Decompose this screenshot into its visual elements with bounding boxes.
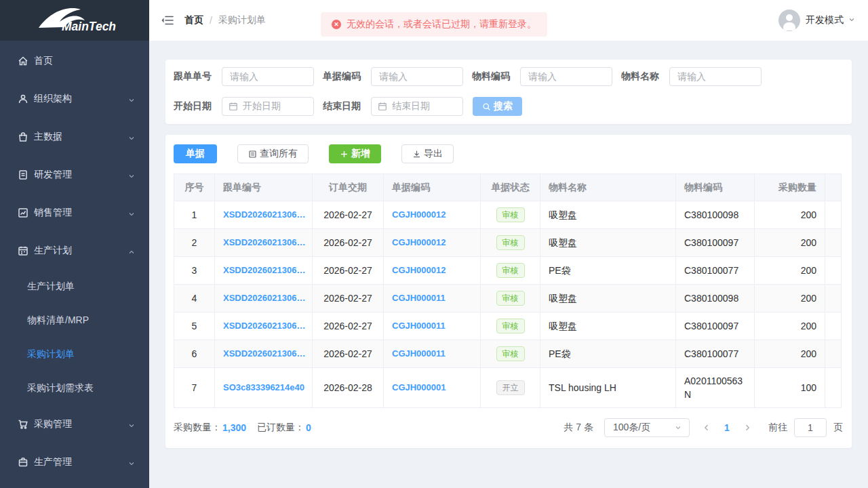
sidebar-item-sales[interactable]: 销售管理	[0, 194, 149, 232]
cell-order-no-link[interactable]: XSDD2026021306…	[215, 285, 313, 312]
cell-doc-no-link[interactable]: CGJH000012	[384, 229, 481, 257]
add-button[interactable]: 新增	[329, 144, 381, 163]
material-code-input[interactable]	[520, 67, 612, 86]
search-button[interactable]: 搜索	[473, 97, 522, 116]
chevron-down-icon	[127, 171, 136, 179]
status-badge: 审核	[496, 291, 525, 306]
cell-order-no-link[interactable]: XSDD2026021306…	[215, 340, 313, 368]
table-row[interactable]: 5 XSDD2026021306… 2026-02-27 CGJH000011 …	[174, 312, 842, 340]
cell-order-no-link[interactable]: SO3c833396214e40	[215, 368, 313, 408]
sidebar-item-org[interactable]: 组织架构	[0, 80, 149, 118]
calendar-icon	[229, 102, 238, 111]
logo[interactable]: MainTech	[0, 0, 149, 41]
breadcrumb-home[interactable]: 首页	[184, 14, 203, 26]
cell-index: 7	[174, 368, 215, 408]
goto-page-input[interactable]	[794, 418, 827, 437]
material-name-input[interactable]	[669, 67, 762, 86]
table-row[interactable]: 1 XSDD2026021306… 2026-02-27 CGJH000012 …	[174, 201, 842, 229]
sidebar-item-rnd[interactable]: 研发管理	[0, 156, 149, 194]
cell-doc-no-link[interactable]: CGJH000012	[384, 257, 481, 285]
cell-extra	[825, 201, 842, 229]
sidebar-item-label: 销售管理	[34, 207, 72, 219]
ordered-qty-value: 0	[306, 422, 311, 433]
sidebar-subitem-bom-mrp[interactable]: 物料清单/MRP	[0, 304, 149, 338]
cell-status: 开立	[481, 368, 540, 408]
header-extra	[825, 174, 842, 201]
cell-doc-no-link[interactable]: CGJH000011	[384, 312, 481, 340]
sidebar-item-purchasing[interactable]: 采购管理	[0, 405, 149, 443]
cell-delivery-date: 2026-02-27	[313, 340, 384, 368]
current-page[interactable]: 1	[717, 422, 737, 433]
table-row[interactable]: 3 XSDD2026021306… 2026-02-27 CGJH000012 …	[174, 257, 842, 285]
doc-button[interactable]: 单据	[174, 144, 217, 163]
next-page-button[interactable]	[737, 418, 757, 437]
plus-icon	[340, 150, 349, 159]
user-menu[interactable]: 开发模式	[778, 9, 856, 31]
field-label: 物料编码	[472, 70, 510, 83]
cell-qty: 200	[755, 340, 825, 368]
sidebar-subitem-purchase-plan[interactable]: 采购计划单	[0, 338, 149, 371]
cell-qty: 200	[755, 285, 825, 312]
table-row[interactable]: 2 XSDD2026021306… 2026-02-27 CGJH000012 …	[174, 229, 842, 257]
chevron-down-icon	[127, 420, 136, 428]
header-qty[interactable]: 采购数量	[755, 174, 825, 201]
header-order-no[interactable]: 跟单编号	[215, 174, 313, 201]
field-label: 物料名称	[621, 70, 659, 83]
start-date-input[interactable]: 开始日期	[222, 97, 314, 116]
export-button[interactable]: 导出	[401, 144, 454, 163]
cell-extra	[825, 340, 842, 368]
sidebar-subitem-production-plan-order[interactable]: 生产计划单	[0, 270, 149, 304]
table-row[interactable]: 7 SO3c833396214e40 2026-02-28 CGJH000001…	[174, 368, 842, 408]
cell-extra	[825, 368, 842, 408]
status-badge: 审核	[496, 346, 525, 361]
cell-extra	[825, 285, 842, 312]
sidebar-fold-icon[interactable]	[161, 14, 174, 27]
page-unit-label: 页	[833, 422, 843, 434]
content: 跟单单号 单据编码 物料编码 物料名称 开始日期	[149, 41, 868, 488]
cell-status: 审核	[481, 257, 540, 285]
cell-material-name: TSL housing LH	[540, 368, 676, 408]
cell-status: 审核	[481, 312, 540, 340]
chevron-down-icon	[127, 209, 136, 217]
sidebar-item-manufacturing[interactable]: 生产管理	[0, 443, 149, 481]
header-status[interactable]: 单据状态	[481, 174, 540, 201]
cell-order-no-link[interactable]: XSDD2026021306…	[215, 312, 313, 340]
table-row[interactable]: 4 XSDD2026021306… 2026-02-27 CGJH000011 …	[174, 285, 842, 312]
status-badge: 审核	[496, 319, 525, 333]
cell-status: 审核	[481, 285, 540, 312]
sidebar-item-home[interactable]: 首页	[0, 42, 149, 80]
cell-material-name: PE袋	[540, 257, 676, 285]
table-row[interactable]: 6 XSDD2026021306… 2026-02-27 CGJH000011 …	[174, 340, 842, 368]
sidebar-item-masterdata[interactable]: 主数据	[0, 118, 149, 156]
query-all-button[interactable]: 查询所有	[237, 144, 309, 163]
order-no-input[interactable]	[222, 67, 314, 86]
filter-doc-no: 单据编码	[323, 67, 463, 86]
cell-order-no-link[interactable]: XSDD2026021306…	[215, 229, 313, 257]
end-date-input[interactable]: 结束日期	[371, 97, 463, 116]
chevron-down-icon	[127, 458, 136, 466]
home-icon	[18, 56, 28, 66]
header-delivery-date[interactable]: 订单交期	[313, 174, 384, 201]
cell-doc-no-link[interactable]: CGJH000001	[384, 368, 481, 408]
page-size-select[interactable]: 100条/页	[604, 418, 690, 437]
svg-text:MainTech: MainTech	[62, 20, 116, 33]
prev-page-button[interactable]	[696, 418, 717, 437]
header-index[interactable]: 序号	[174, 174, 215, 201]
header-material-code[interactable]: 物料编码	[676, 174, 755, 201]
sidebar-subitem-purchase-plan-demand[interactable]: 采购计划需求表	[0, 371, 149, 405]
cell-order-no-link[interactable]: XSDD2026021306…	[215, 257, 313, 285]
cell-index: 3	[174, 257, 215, 285]
doc-no-input[interactable]	[371, 67, 463, 86]
sidebar-item-production-plan[interactable]: 生产计划	[0, 232, 149, 270]
cell-doc-no-link[interactable]: CGJH000012	[384, 201, 481, 229]
cell-delivery-date: 2026-02-27	[313, 257, 384, 285]
breadcrumb-separator: /	[210, 15, 212, 26]
header-doc-no[interactable]: 单据编码	[384, 174, 481, 201]
cell-status: 审核	[481, 201, 540, 229]
header-material-name[interactable]: 物料名称	[540, 174, 676, 201]
cell-doc-no-link[interactable]: CGJH000011	[384, 340, 481, 368]
sidebar-item-label: 组织架构	[34, 93, 72, 105]
cell-doc-no-link[interactable]: CGJH000011	[384, 285, 481, 312]
cell-order-no-link[interactable]: XSDD2026021306…	[215, 201, 313, 229]
box-icon	[18, 457, 28, 468]
